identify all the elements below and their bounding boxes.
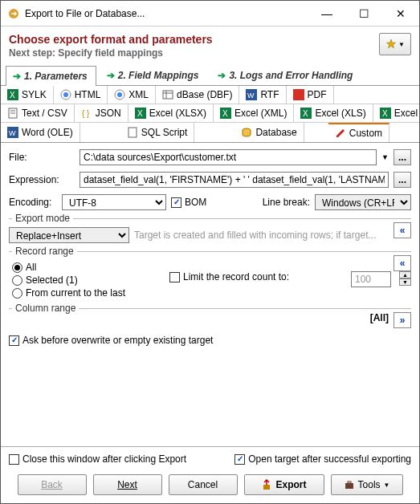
bom-checkbox[interactable]: ✓BOM xyxy=(171,197,206,208)
svg-rect-31 xyxy=(348,482,351,483)
record-selected-radio[interactable]: Selected (1) xyxy=(12,274,169,286)
header: Choose export format and parameters Next… xyxy=(1,26,419,62)
format-xlsx[interactable]: XExcel (XLSX) xyxy=(128,104,214,122)
format-custom[interactable]: Custom xyxy=(328,123,389,142)
wizard-tabs: ➔1. Parameters ➔2. Field Mappings ➔3. Lo… xyxy=(1,65,419,86)
format-excel-xml[interactable]: XExcel (XML) xyxy=(214,104,294,122)
svg-rect-29 xyxy=(263,485,270,490)
excel-icon: X xyxy=(380,108,391,119)
svg-rect-27 xyxy=(128,128,137,137)
next-button[interactable]: Next xyxy=(93,474,162,495)
svg-text:W: W xyxy=(9,129,16,137)
table-icon xyxy=(162,89,173,100)
svg-text:X: X xyxy=(222,109,228,118)
encoding-label: Encoding: xyxy=(9,197,57,208)
export-button[interactable]: Export xyxy=(244,474,324,495)
export-dialog: Export to File or Database... — ☐ ✕ Choo… xyxy=(0,0,420,504)
excel-icon: X xyxy=(135,108,146,119)
excel-icon: X xyxy=(7,89,18,100)
tab-parameters[interactable]: ➔1. Parameters xyxy=(6,66,96,86)
format-dbase[interactable]: dBase (DBF) xyxy=(156,86,239,104)
limit-count-input[interactable] xyxy=(351,271,391,287)
export-mode-label: Export mode xyxy=(12,213,73,224)
excel-icon: X xyxy=(220,108,231,119)
format-html[interactable]: HTML xyxy=(54,86,108,104)
export-mode-select[interactable]: Replace+Insert xyxy=(9,227,129,243)
star-icon xyxy=(385,39,397,50)
ask-overwrite-checkbox[interactable]: ✓Ask before overwrite or empty existing … xyxy=(9,335,411,346)
pencil-icon xyxy=(335,128,346,139)
pdf-icon xyxy=(293,89,304,100)
format-sylk[interactable]: XSYLK xyxy=(1,86,54,104)
column-range-label: Column range xyxy=(12,303,79,314)
maximize-button[interactable]: ☐ xyxy=(345,1,382,26)
back-button[interactable]: Back xyxy=(18,474,87,495)
svg-text:X: X xyxy=(303,109,308,118)
svg-rect-7 xyxy=(163,91,173,99)
cancel-button[interactable]: Cancel xyxy=(169,474,238,495)
encoding-select[interactable]: UTF-8 xyxy=(62,194,166,210)
chrome-icon xyxy=(114,89,125,100)
svg-text:X: X xyxy=(10,91,15,100)
column-range-value: [All] xyxy=(370,312,389,323)
file-browse-button[interactable]: ... xyxy=(393,149,411,165)
titlebar: Export to File or Database... — ☐ ✕ xyxy=(1,1,419,26)
svg-point-6 xyxy=(117,92,122,97)
file-input[interactable] xyxy=(80,149,377,165)
footer: Close this window after clicking Export … xyxy=(1,446,419,503)
excel-icon: X xyxy=(300,108,312,119)
script-icon xyxy=(127,127,138,138)
window-title: Export to File or Database... xyxy=(25,8,308,19)
svg-text:X: X xyxy=(382,109,388,118)
app-icon xyxy=(7,7,20,20)
tools-button[interactable]: Tools ▼ xyxy=(331,474,403,495)
format-word-ole[interactable]: WWord (OLE) xyxy=(1,123,80,142)
parameters-panel: File: ▼ ... Expression: ... Encoding: UT… xyxy=(1,143,419,446)
favorites-button[interactable]: ▼ xyxy=(379,33,411,55)
record-range-collapse-button[interactable]: « xyxy=(393,255,411,271)
tab-logs-errors[interactable]: ➔3. Logs and Error Handling xyxy=(210,65,361,85)
svg-rect-30 xyxy=(345,483,353,489)
format-json[interactable]: { }JSON xyxy=(75,104,128,122)
linebreak-label: Line break: xyxy=(263,197,310,208)
format-excel-ole[interactable]: XExcel (OLE) xyxy=(373,104,420,122)
expression-input[interactable] xyxy=(80,172,389,188)
format-picker: XSYLK HTML XML dBase (DBF) WRTF PDF Text… xyxy=(1,86,419,143)
svg-text:W: W xyxy=(247,91,255,100)
record-all-radio[interactable]: All xyxy=(12,262,169,273)
record-range-label: Record range xyxy=(12,246,77,257)
database-icon xyxy=(241,127,252,138)
chrome-icon xyxy=(60,89,71,100)
close-after-export-checkbox[interactable]: Close this window after clicking Export xyxy=(9,453,186,465)
export-mode-hint: Target is created and filled with incomi… xyxy=(134,230,376,241)
file-label: File: xyxy=(9,152,75,163)
header-subtitle: Next step: Specify field mappings xyxy=(9,47,213,59)
format-text-csv[interactable]: Text / CSV xyxy=(1,104,75,122)
linebreak-select[interactable]: Windows (CR+LF) xyxy=(315,194,411,210)
record-from-current-radio[interactable]: From current to the last xyxy=(12,287,169,299)
format-database[interactable]: Database xyxy=(234,123,304,142)
text-icon xyxy=(7,108,18,119)
svg-point-4 xyxy=(63,92,68,97)
svg-text:{ }: { } xyxy=(82,109,90,118)
minimize-button[interactable]: — xyxy=(308,1,345,26)
close-button[interactable]: ✕ xyxy=(382,1,419,26)
svg-rect-12 xyxy=(293,89,304,100)
open-target-checkbox[interactable]: ✓Open target after successful exporting xyxy=(234,453,411,465)
format-sql-script[interactable]: SQL Script xyxy=(120,123,195,142)
toolbox-icon xyxy=(344,479,355,490)
tab-field-mappings[interactable]: ➔2. Field Mappings xyxy=(100,65,208,85)
limit-count-checkbox[interactable]: Limit the record count to: xyxy=(169,271,289,282)
column-range-expand-button[interactable]: » xyxy=(393,312,411,328)
word-icon: W xyxy=(7,127,18,138)
format-pdf[interactable]: PDF xyxy=(287,86,334,104)
export-mode-collapse-button[interactable]: « xyxy=(393,222,411,238)
format-rtf[interactable]: WRTF xyxy=(239,86,286,104)
format-xls[interactable]: XExcel (XLS) xyxy=(294,104,373,122)
export-icon xyxy=(261,479,272,490)
expression-edit-button[interactable]: ... xyxy=(393,172,411,188)
limit-count-spinner[interactable]: ▲▼ xyxy=(399,271,411,286)
svg-text:X: X xyxy=(137,109,143,118)
format-xml[interactable]: XML xyxy=(108,86,156,104)
expression-label: Expression: xyxy=(9,174,75,185)
